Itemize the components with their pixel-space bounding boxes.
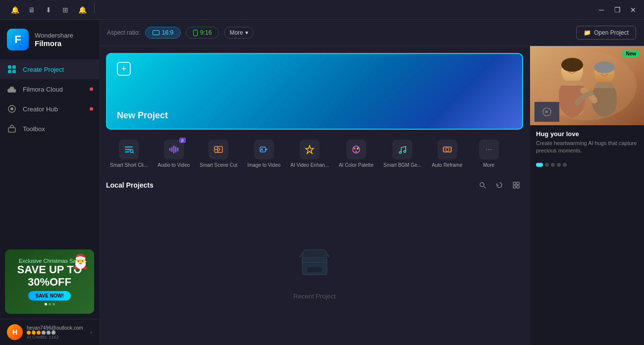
download-icon[interactable]: ⬇ bbox=[42, 3, 55, 17]
close-button[interactable]: ✕ bbox=[626, 3, 640, 17]
smart-short-clip-icon-wrapper bbox=[119, 140, 139, 159]
christmas-ad-banner[interactable]: 🎅 Exclusive Christmas Sale SAVE UP TO30%… bbox=[5, 249, 94, 314]
star-6 bbox=[52, 331, 55, 335]
bell-icon[interactable]: 🔔 bbox=[75, 3, 89, 17]
featured-dot-1[interactable] bbox=[536, 163, 543, 167]
ai-tool-image-to-video[interactable]: Image to Video bbox=[243, 135, 284, 173]
sidebar-nav: Create Project Filmora Cloud bbox=[0, 59, 99, 245]
aspect-9-16-button[interactable]: 9:16 bbox=[186, 27, 219, 39]
svg-rect-22 bbox=[513, 186, 516, 188]
separator bbox=[94, 3, 95, 13]
svg-rect-1 bbox=[12, 65, 16, 69]
refresh-projects-button[interactable] bbox=[492, 178, 506, 192]
featured-dot-3[interactable] bbox=[551, 163, 555, 167]
sidebar-item-toolbox[interactable]: Toolbox bbox=[0, 119, 99, 139]
more-tools-icon: ··· bbox=[479, 140, 499, 159]
title-bar-system-icons: 🔔 🖥 ⬇ ⊞ 🔔 bbox=[8, 3, 97, 17]
title-bar: 🔔 🖥 ⬇ ⊞ 🔔 ─ ❐ ✕ bbox=[0, 0, 644, 20]
user-arrow-icon: › bbox=[90, 329, 92, 336]
svg-rect-24 bbox=[302, 257, 327, 275]
svg-point-33 bbox=[561, 58, 583, 72]
more-label: More bbox=[229, 29, 243, 36]
right-panel: New Hug your love Create heartwarming AI… bbox=[530, 46, 644, 345]
logo-area: F Wondershare Filmora bbox=[0, 20, 99, 59]
user-info: heyan7496@outlook.com AI Credits: 1162 bbox=[27, 325, 86, 340]
search-projects-button[interactable] bbox=[476, 178, 489, 192]
sidebar-item-filmora-cloud[interactable]: Filmora Cloud bbox=[0, 79, 99, 99]
sidebar: F Wondershare Filmora Create Project bbox=[0, 20, 99, 345]
svg-point-19 bbox=[480, 183, 484, 187]
sidebar-item-create-project[interactable]: Create Project bbox=[0, 59, 99, 79]
new-project-plus-icon: + bbox=[117, 62, 131, 76]
content-split: + New Project bbox=[99, 46, 644, 345]
open-project-button[interactable]: 📁 Open Project bbox=[576, 26, 636, 40]
ai-tool-ai-video-enhance[interactable]: AI Video Enhan... bbox=[286, 135, 333, 173]
smart-short-clip-icon bbox=[119, 140, 139, 159]
open-project-label: Open Project bbox=[594, 29, 629, 36]
featured-carousel-dots bbox=[530, 160, 644, 170]
ad-dot-3 bbox=[53, 303, 55, 305]
featured-image: New bbox=[530, 46, 644, 125]
star-1 bbox=[27, 331, 31, 335]
ai-tool-more[interactable]: ··· More bbox=[469, 135, 509, 173]
ai-tool-audio-to-video[interactable]: β Audio to Video bbox=[154, 135, 194, 173]
smart-scene-cut-label: Smart Scene Cut bbox=[200, 162, 237, 168]
creator-hub-icon bbox=[7, 104, 17, 114]
empty-label: Recent Project bbox=[293, 293, 335, 300]
nav-label-cloud: Filmora Cloud bbox=[23, 86, 63, 93]
star-3 bbox=[37, 331, 41, 335]
apps-icon[interactable]: ⊞ bbox=[58, 3, 72, 17]
left-panel: + New Project bbox=[99, 46, 530, 345]
image-to-video-icon bbox=[254, 140, 274, 159]
nav-label-toolbox: Toolbox bbox=[23, 125, 45, 133]
auto-reframe-label: Auto Reframe bbox=[432, 162, 463, 168]
ai-tool-smart-scene-cut[interactable]: Smart Scene Cut bbox=[196, 135, 241, 173]
auto-reframe-icon-wrapper bbox=[437, 140, 457, 159]
featured-desc: Create heartwarming AI hugs that capture… bbox=[536, 140, 638, 155]
sidebar-item-creator-hub[interactable]: Creator Hub bbox=[0, 99, 99, 119]
featured-thumbnail bbox=[534, 101, 559, 121]
ai-video-enhance-label: AI Video Enhan... bbox=[290, 162, 329, 168]
maximize-button[interactable]: ❐ bbox=[610, 3, 624, 17]
aspect-16-9-button[interactable]: 16:9 bbox=[145, 27, 181, 39]
smart-bgm-label: Smart BGM Ge... bbox=[383, 162, 422, 168]
featured-dot-5[interactable] bbox=[563, 163, 567, 167]
nav-label-creator: Creator Hub bbox=[23, 105, 58, 113]
ad-save-button[interactable]: SAVE NOW! bbox=[28, 291, 70, 300]
new-project-card[interactable]: + New Project bbox=[106, 53, 523, 130]
minimize-button[interactable]: ─ bbox=[594, 3, 608, 17]
featured-dot-4[interactable] bbox=[557, 163, 561, 167]
beta-badge: β bbox=[179, 138, 186, 143]
ai-tool-ai-color-palette[interactable]: AI Color Palette bbox=[335, 135, 377, 173]
svg-rect-18 bbox=[446, 148, 449, 151]
creator-notification-dot bbox=[90, 107, 93, 111]
svg-rect-21 bbox=[517, 182, 519, 185]
ai-video-enhance-icon-wrapper bbox=[300, 140, 320, 159]
smart-short-clip-label: Smart Short Cli... bbox=[110, 162, 148, 168]
svg-rect-2 bbox=[8, 70, 11, 73]
more-aspect-button[interactable]: More ▾ bbox=[224, 27, 253, 39]
new-project-title: New Project bbox=[117, 110, 168, 121]
aspect-ratio-bar: Aspect ratio: 16:9 9:16 More ▾ 📁 Open Pr… bbox=[99, 20, 644, 46]
featured-dot-2[interactable] bbox=[545, 163, 549, 167]
new-badge: New bbox=[622, 50, 640, 57]
ai-tool-auto-reframe[interactable]: Auto Reframe bbox=[428, 135, 467, 173]
aspect-16-9-label: 16:9 bbox=[162, 29, 173, 36]
user-profile[interactable]: H heyan7496@outlook.com AI Credits: 1162… bbox=[0, 319, 99, 345]
local-projects-actions bbox=[476, 178, 523, 192]
grid-view-button[interactable] bbox=[509, 178, 523, 192]
svg-point-34 bbox=[594, 61, 615, 73]
ad-dot-1 bbox=[45, 303, 47, 305]
desktop-icon[interactable]: 🖥 bbox=[25, 3, 39, 17]
svg-rect-0 bbox=[8, 65, 11, 69]
notify-icon[interactable]: 🔔 bbox=[8, 3, 22, 17]
cloud-notification-dot bbox=[90, 88, 93, 91]
svg-rect-26 bbox=[315, 267, 322, 272]
logo-icon: F bbox=[7, 29, 29, 50]
ai-tool-smart-short-clip[interactable]: Smart Short Cli... bbox=[106, 135, 152, 173]
featured-card[interactable]: New Hug your love Create heartwarming AI… bbox=[530, 46, 644, 170]
product-name: Filmora bbox=[35, 39, 73, 48]
svg-rect-6 bbox=[8, 128, 15, 132]
ai-tool-smart-bgm[interactable]: Smart BGM Ge... bbox=[379, 135, 426, 173]
local-projects-title: Local Projects bbox=[106, 181, 154, 189]
